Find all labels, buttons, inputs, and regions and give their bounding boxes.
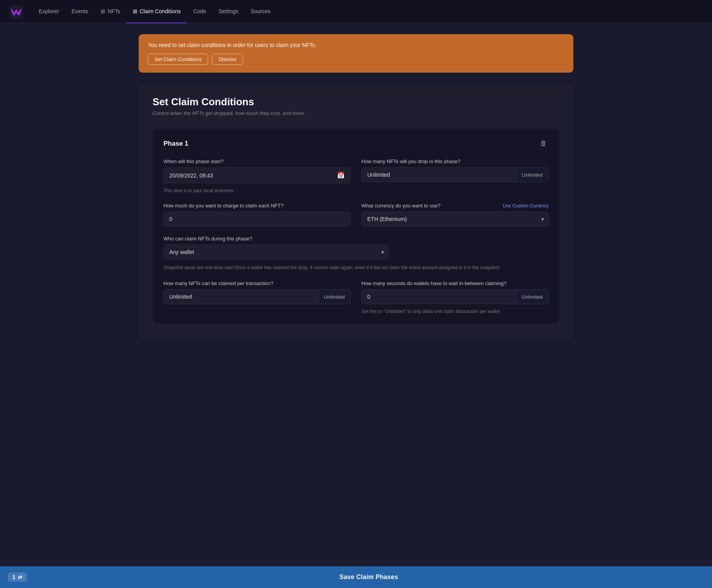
charge-label: How much do you want to charge to claim …: [163, 203, 351, 209]
phase-header: Phase 1 🗑: [163, 138, 549, 149]
nav-item-claim-conditions[interactable]: ⊞ Claim Conditions: [127, 0, 187, 23]
phase-card: Phase 1 🗑 When will this phase start? 📅 …: [153, 129, 559, 324]
phase-title: Phase 1: [163, 140, 188, 148]
currency-label: What currency do you want to use?: [361, 203, 441, 209]
phase-counter-icon: ⇄: [18, 574, 23, 580]
logo[interactable]: [9, 5, 23, 19]
nft-drop-label: How many NFTs will you drop in this phas…: [361, 158, 549, 164]
nft-drop-input[interactable]: [362, 168, 516, 182]
charge-input[interactable]: [163, 212, 351, 226]
bottom-bar: 1 ⇄ Save Claim Phases: [0, 566, 712, 588]
who-can-claim-select-wrap: Any wallet Specific wallets (snapshot) N…: [163, 245, 389, 259]
per-tx-group: How many NFTs can be claimed per transac…: [163, 280, 351, 314]
currency-group: What currency do you want to use? Use Cu…: [361, 203, 549, 226]
wait-time-suffix: Unlimited: [516, 290, 548, 304]
per-tx-input-wrap: Unlimited: [163, 289, 351, 304]
claim-conditions-icon: ⊞: [133, 8, 137, 14]
currency-select[interactable]: ETH (Ethereum) USDC USDT MATIC: [361, 212, 549, 226]
nfts-icon: ⊞: [101, 8, 105, 14]
main-content: You need to set claim conditions in orde…: [123, 23, 589, 350]
nav-item-events[interactable]: Events: [65, 0, 94, 23]
section-title: Set Claim Conditions: [153, 96, 559, 108]
who-can-claim-group: Who can claim NFTs during this phase? An…: [163, 236, 549, 271]
dismiss-button[interactable]: Dismiss: [212, 54, 243, 65]
wait-time-input[interactable]: [362, 290, 516, 304]
save-claim-phases-button[interactable]: Save Claim Phases: [33, 574, 704, 581]
use-custom-currency-link[interactable]: Use Custom Currency: [503, 203, 549, 209]
calendar-icon[interactable]: 📅: [332, 168, 350, 183]
nav-item-explorer[interactable]: Explorer: [33, 0, 65, 23]
delete-phase-button[interactable]: 🗑: [538, 138, 549, 149]
currency-select-wrap: ETH (Ethereum) USDC USDT MATIC ▾: [361, 212, 549, 226]
charge-group: How much do you want to charge to claim …: [163, 203, 351, 226]
nft-drop-input-wrap: Unlimited: [361, 167, 549, 182]
currency-label-row: What currency do you want to use? Use Cu…: [361, 203, 549, 209]
wait-time-input-wrap: Unlimited: [361, 289, 549, 304]
start-date-group: When will this phase start? 📅 This time …: [163, 158, 351, 193]
phase-count: 1: [12, 574, 16, 580]
nft-drop-suffix: Unlimited: [516, 168, 548, 182]
phase-counter: 1 ⇄: [8, 572, 27, 582]
nav-item-sources[interactable]: Sources: [245, 0, 277, 23]
alert-banner: You need to set claim conditions in orde…: [139, 34, 573, 73]
per-tx-suffix: Unlimited: [318, 290, 350, 304]
timezone-hint: This time is in your local timezone.: [163, 188, 351, 193]
form-row-3: Who can claim NFTs during this phase? An…: [163, 236, 549, 271]
set-claim-conditions-button[interactable]: Set Claim Conditions: [148, 54, 208, 65]
per-tx-input[interactable]: [164, 290, 318, 304]
trash-icon: 🗑: [540, 139, 547, 147]
nft-drop-group: How many NFTs will you drop in this phas…: [361, 158, 549, 193]
nav-item-nfts[interactable]: ⊞ NFTs: [94, 0, 127, 23]
who-can-claim-label: Who can claim NFTs during this phase?: [163, 236, 549, 242]
snapshot-note: Snapshot spots are one-time-use! Once a …: [163, 264, 549, 271]
nav-item-settings[interactable]: Settings: [212, 0, 245, 23]
section-subtitle: Control when the NFTs get dropped, how m…: [153, 110, 559, 116]
navbar: Explorer Events ⊞ NFTs ⊞ Claim Condition…: [0, 0, 712, 23]
alert-actions: Set Claim Conditions Dismiss: [148, 54, 564, 65]
alert-message: You need to set claim conditions in orde…: [148, 42, 564, 48]
wait-time-label: How many seconds do wallets have to wait…: [361, 280, 549, 286]
start-date-input[interactable]: [164, 169, 332, 183]
nav-item-code[interactable]: Code: [187, 0, 212, 23]
who-can-claim-select[interactable]: Any wallet Specific wallets (snapshot) N…: [163, 245, 389, 259]
form-row-4: How many NFTs can be claimed per transac…: [163, 280, 549, 314]
start-date-label: When will this phase start?: [163, 158, 351, 164]
date-input-wrap: 📅: [163, 167, 351, 183]
wait-time-group: How many seconds do wallets have to wait…: [361, 280, 549, 314]
per-tx-label: How many NFTs can be claimed per transac…: [163, 280, 351, 286]
form-row-1: When will this phase start? 📅 This time …: [163, 158, 549, 193]
form-row-2: How much do you want to charge to claim …: [163, 203, 549, 226]
wait-time-hint: Set this to "Unlimited" to only allow on…: [361, 309, 549, 314]
section-card: Set Claim Conditions Control when the NF…: [139, 84, 573, 339]
nav-items: Explorer Events ⊞ NFTs ⊞ Claim Condition…: [33, 0, 703, 23]
